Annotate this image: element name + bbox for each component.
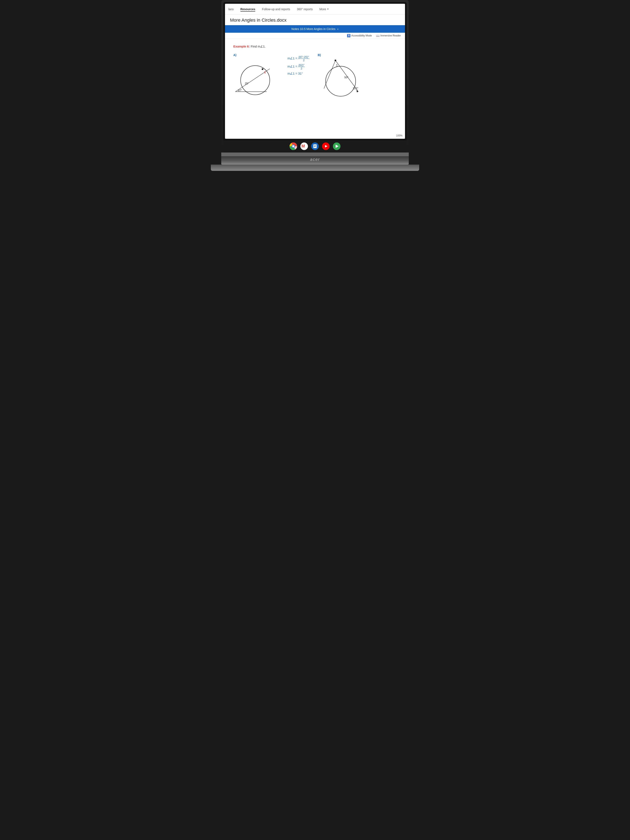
- svg-point-0: [241, 66, 270, 95]
- immersive-reader-button[interactable]: 📖 Immersive Reader: [376, 34, 401, 37]
- accessibility-mode-label: Accessibility Mode: [351, 34, 372, 37]
- doc-content: Example 6: Find m∠1. A): [225, 39, 405, 139]
- diagram-b: B) 1 50°: [318, 53, 363, 100]
- docs-icon[interactable]: [311, 142, 319, 150]
- youtube-icon[interactable]: [322, 142, 330, 150]
- nav-item-followup[interactable]: Follow-up and reports: [262, 7, 290, 12]
- svg-line-9: [324, 60, 335, 88]
- svg-text:122°: 122°: [353, 87, 358, 90]
- screen-bezel: lans Resources Follow-up and reports 360…: [223, 2, 407, 141]
- svg-point-7: [325, 66, 355, 96]
- nav-item-resources[interactable]: Resources: [240, 7, 256, 12]
- toolbar-row: ♿ Accessibility Mode 📖 Immersive Reader: [225, 33, 405, 39]
- screen: lans Resources Follow-up and reports 360…: [225, 4, 405, 139]
- nav-item-more[interactable]: More: [319, 7, 329, 12]
- diagram-a: A): [233, 53, 275, 98]
- svg-text:25°: 25°: [245, 82, 249, 85]
- svg-point-17: [292, 145, 294, 147]
- nav-item-lans[interactable]: lans: [228, 7, 234, 12]
- svg-text:50°: 50°: [344, 76, 349, 79]
- play-icon[interactable]: [333, 142, 340, 150]
- svg-text:87°: 87°: [238, 89, 242, 92]
- chrome-icon[interactable]: [290, 142, 297, 150]
- math-step-3: m∠1 = 31°: [287, 72, 309, 76]
- zoom-indicator: 100%: [396, 134, 403, 137]
- diagram-b-svg: 1 50° 122°: [318, 58, 363, 100]
- diagram-a-label: A): [233, 53, 237, 57]
- nav-item-360reports[interactable]: 360° reports: [297, 7, 313, 12]
- page-title: More Angles in Circles.docx: [230, 17, 400, 23]
- svg-text:1: 1: [264, 71, 266, 74]
- immersive-reader-icon: 📖: [376, 34, 380, 37]
- math-step-2: m∠1 = (62)°2: [287, 63, 309, 70]
- svg-rect-24: [314, 147, 316, 147]
- brand-label: acer: [310, 157, 320, 162]
- svg-rect-22: [314, 145, 316, 146]
- svg-point-10: [335, 60, 336, 61]
- accessibility-mode-button[interactable]: ♿ Accessibility Mode: [347, 34, 372, 37]
- doc-header-title: Notes 10.5 More Angles in Circles: [292, 27, 335, 31]
- math-steps: m∠1 = (87−25)°2 m∠1 = (62)°2 m∠1 = 31°: [287, 55, 309, 76]
- example-label: Example 6:: [233, 44, 250, 48]
- example-heading: Example 6: Find m∠1.: [233, 44, 397, 48]
- diagram-a-svg: 1 25° 87°: [233, 58, 275, 98]
- immersive-reader-label: Immersive Reader: [381, 34, 401, 37]
- svg-point-3: [262, 68, 263, 70]
- laptop-bottom: acer: [221, 156, 409, 164]
- example-instruction: Find m∠1.: [251, 44, 265, 48]
- laptop-base: [211, 164, 419, 171]
- gmail-icon[interactable]: M: [300, 142, 308, 150]
- page-title-bar: More Angles in Circles.docx: [225, 14, 405, 25]
- laptop-hinge: [221, 153, 409, 156]
- taskbar: M: [223, 141, 407, 153]
- laptop-screen-outer: lans Resources Follow-up and reports 360…: [221, 0, 409, 153]
- svg-text:1: 1: [336, 63, 338, 67]
- svg-rect-23: [314, 146, 316, 147]
- svg-text:M: M: [302, 144, 305, 148]
- doc-header-bar[interactable]: Notes 10.5 More Angles in Circles ∨: [225, 25, 405, 33]
- math-step-1: m∠1 = (87−25)°2: [287, 55, 309, 62]
- accessibility-icon: ♿: [347, 34, 351, 37]
- diagrams-row: A): [233, 53, 397, 100]
- navigation-bar: lans Resources Follow-up and reports 360…: [225, 4, 405, 14]
- diagram-b-label: B): [318, 53, 321, 57]
- doc-header-dropdown-icon[interactable]: ∨: [337, 28, 338, 30]
